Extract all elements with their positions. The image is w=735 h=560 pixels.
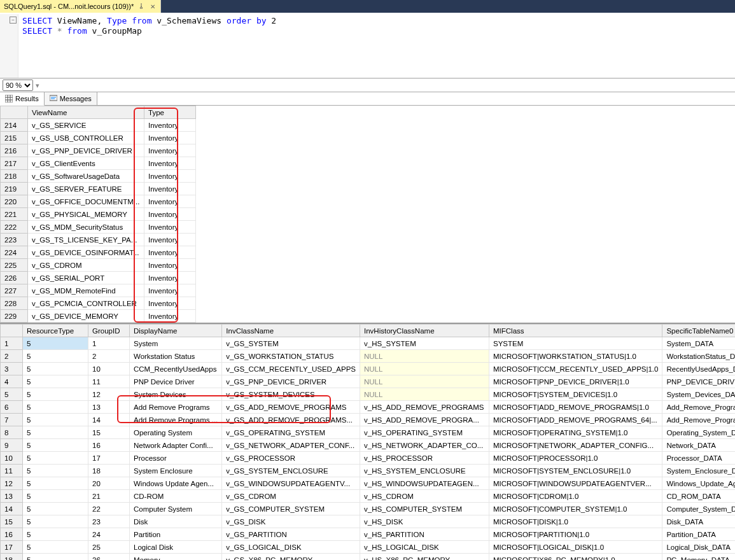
- cell-groupid[interactable]: 25: [88, 541, 130, 554]
- cell-invhistoryclassname[interactable]: v_HS_CDROM: [360, 490, 489, 503]
- cell-resourcetype[interactable]: 5: [23, 426, 88, 439]
- cell-type[interactable]: Inventory: [144, 221, 196, 234]
- table-row[interactable]: 7514Add Remove Programs ...v_GS_ADD_REMO…: [1, 414, 736, 426]
- zoom-select[interactable]: 90 %: [3, 80, 33, 91]
- fold-icon[interactable]: −: [10, 17, 17, 24]
- cell-invhistoryclassname[interactable]: v_HS_PROCESSOR: [360, 452, 489, 465]
- table-row[interactable]: 222v_GS_MDM_SecurityStatusInventory: [1, 221, 196, 234]
- cell-groupid[interactable]: 17: [88, 452, 130, 465]
- cell-invhistoryclassname[interactable]: v_HS_SYSTEM_ENCLOSURE: [360, 465, 489, 477]
- column-header[interactable]: Type: [144, 106, 196, 119]
- cell-invclassname[interactable]: v_GS_LOGICAL_DISK: [222, 541, 360, 554]
- cell-type[interactable]: Inventory: [144, 195, 196, 208]
- cell-type[interactable]: Inventory: [144, 272, 196, 284]
- row-number[interactable]: 10: [1, 452, 23, 465]
- column-header[interactable]: InvHistoryClassName: [360, 325, 489, 337]
- cell-mifclass[interactable]: MICROSOFT|PROCESSOR|1.0: [489, 452, 662, 465]
- table-row[interactable]: 11518System Enclosurev_GS_SYSTEM_ENCLOSU…: [1, 465, 736, 477]
- cell-displayname[interactable]: Add Remove Programs ...: [130, 414, 222, 426]
- cell-displayname[interactable]: Memory: [130, 554, 222, 561]
- row-number[interactable]: 215: [1, 132, 28, 144]
- row-number[interactable]: 226: [1, 272, 28, 284]
- cell-specifictablename[interactable]: Windows_Update_Agent__D...: [662, 477, 735, 490]
- row-number[interactable]: 216: [1, 144, 28, 157]
- row-number[interactable]: 15: [1, 515, 23, 528]
- cell-mifclass[interactable]: MICROSOFT|DISK|1.0: [489, 515, 662, 528]
- cell-type[interactable]: Inventory: [144, 170, 196, 183]
- row-number[interactable]: 11: [1, 465, 23, 477]
- cell-mifclass[interactable]: SYSTEM: [489, 337, 662, 350]
- cell-type[interactable]: Inventory: [144, 284, 196, 297]
- cell-mifclass[interactable]: MICROSOFT|CDROM|1.0: [489, 490, 662, 503]
- row-number[interactable]: 2: [1, 350, 23, 363]
- cell-invhistoryclassname[interactable]: v_HS_LOGICAL_DISK: [360, 541, 489, 554]
- tab-messages[interactable]: Messages: [45, 92, 97, 105]
- table-row[interactable]: 14522Computer Systemv_GS_COMPUTER_SYSTEM…: [1, 503, 736, 515]
- cell-viewname[interactable]: v_GS_DEVICE_MEMORY: [28, 310, 144, 323]
- cell-specifictablename[interactable]: Add_Remove_Programs_64_...: [662, 414, 735, 426]
- row-number[interactable]: 8: [1, 426, 23, 439]
- cell-displayname[interactable]: CD-ROM: [130, 490, 222, 503]
- cell-groupid[interactable]: 12: [88, 388, 130, 401]
- cell-viewname[interactable]: v_GS_SERVER_FEATURE: [28, 183, 144, 195]
- cell-viewname[interactable]: v_GS_TS_LICENSE_KEY_PA...: [28, 234, 144, 246]
- cell-specifictablename[interactable]: Operating_System_DATA: [662, 426, 735, 439]
- cell-resourcetype[interactable]: 5: [23, 477, 88, 490]
- cell-resourcetype[interactable]: 5: [23, 515, 88, 528]
- row-number[interactable]: 227: [1, 284, 28, 297]
- cell-mifclass[interactable]: MICROSOFT|SYSTEM_ENCLOSURE|1.0: [489, 465, 662, 477]
- cell-invhistoryclassname[interactable]: NULL: [360, 375, 489, 388]
- cell-invclassname[interactable]: v_GS_DISK: [222, 515, 360, 528]
- cell-mifclass[interactable]: MICROSOFT|ADD_REMOVE_PROGRAMS_64|...: [489, 414, 662, 426]
- cell-displayname[interactable]: Workstation Status: [130, 350, 222, 363]
- cell-resourcetype[interactable]: 5: [23, 363, 88, 375]
- cell-resourcetype[interactable]: 5: [23, 503, 88, 515]
- row-number[interactable]: 224: [1, 246, 28, 259]
- row-number[interactable]: 9: [1, 439, 23, 452]
- row-number[interactable]: 228: [1, 297, 28, 310]
- cell-groupid[interactable]: 1: [88, 337, 130, 350]
- cell-displayname[interactable]: Windows Update Agen...: [130, 477, 222, 490]
- cell-specifictablename[interactable]: Add_Remove_Programs_DATA: [662, 401, 735, 414]
- cell-displayname[interactable]: Computer System: [130, 503, 222, 515]
- table-row[interactable]: 151Systemv_GS_SYSTEMv_HS_SYSTEMSYSTEMSys…: [1, 337, 736, 350]
- table-row[interactable]: 216v_GS_PNP_DEVICE_DRIVERInventory: [1, 144, 196, 157]
- table-row[interactable]: 229v_GS_DEVICE_MEMORYInventory: [1, 310, 196, 323]
- cell-groupid[interactable]: 13: [88, 401, 130, 414]
- row-number[interactable]: 223: [1, 234, 28, 246]
- cell-invclassname[interactable]: v_GS_SYSTEM_ENCLOSURE: [222, 465, 360, 477]
- cell-displayname[interactable]: Partition: [130, 528, 222, 541]
- cell-specifictablename[interactable]: PNP_DEVICE_DRIVER_DATA: [662, 375, 735, 388]
- results-grid-2[interactable]: ResourceTypeGroupIDDisplayNameInvClassNa…: [0, 324, 735, 560]
- cell-invhistoryclassname[interactable]: v_HS_DISK: [360, 515, 489, 528]
- cell-viewname[interactable]: v_GS_ClientEvents: [28, 157, 144, 170]
- table-row[interactable]: 252Workstation Statusv_GS_WORKSTATION_ST…: [1, 350, 736, 363]
- table-row[interactable]: 217v_GS_ClientEventsInventory: [1, 157, 196, 170]
- column-header[interactable]: DisplayName: [130, 325, 222, 337]
- row-number[interactable]: 3: [1, 363, 23, 375]
- sql-editor[interactable]: − SELECT ViewName, Type from v_SchemaVie…: [0, 13, 735, 78]
- table-row[interactable]: 215v_GS_USB_CONTROLLERInventory: [1, 132, 196, 144]
- cell-invhistoryclassname[interactable]: v_HS_OPERATING_SYSTEM: [360, 426, 489, 439]
- row-number[interactable]: 17: [1, 541, 23, 554]
- cell-resourcetype[interactable]: 5: [23, 554, 88, 561]
- cell-groupid[interactable]: 20: [88, 477, 130, 490]
- row-number[interactable]: 218: [1, 170, 28, 183]
- table-row[interactable]: 15523Diskv_GS_DISKv_HS_DISKMICROSOFT|DIS…: [1, 515, 736, 528]
- cell-viewname[interactable]: v_GS_CDROM: [28, 259, 144, 272]
- cell-type[interactable]: Inventory: [144, 183, 196, 195]
- cell-specifictablename[interactable]: Logical_Disk_DATA: [662, 541, 735, 554]
- cell-viewname[interactable]: v_GS_MDM_SecurityStatus: [28, 221, 144, 234]
- table-row[interactable]: 227v_GS_MDM_RemoteFindInventory: [1, 284, 196, 297]
- row-number[interactable]: 18: [1, 554, 23, 561]
- cell-resourcetype[interactable]: 5: [23, 375, 88, 388]
- cell-type[interactable]: Inventory: [144, 132, 196, 144]
- row-number[interactable]: 229: [1, 310, 28, 323]
- cell-resourcetype[interactable]: 5: [23, 337, 88, 350]
- cell-invclassname[interactable]: v_GS_ADD_REMOVE_PROGRAMS: [222, 401, 360, 414]
- cell-displayname[interactable]: Logical Disk: [130, 541, 222, 554]
- cell-invhistoryclassname[interactable]: v_HS_WINDOWSUPDATEAGEN...: [360, 477, 489, 490]
- table-row[interactable]: 221v_GS_PHYSICAL_MEMORYInventory: [1, 208, 196, 221]
- row-number[interactable]: 220: [1, 195, 28, 208]
- cell-type[interactable]: Inventory: [144, 259, 196, 272]
